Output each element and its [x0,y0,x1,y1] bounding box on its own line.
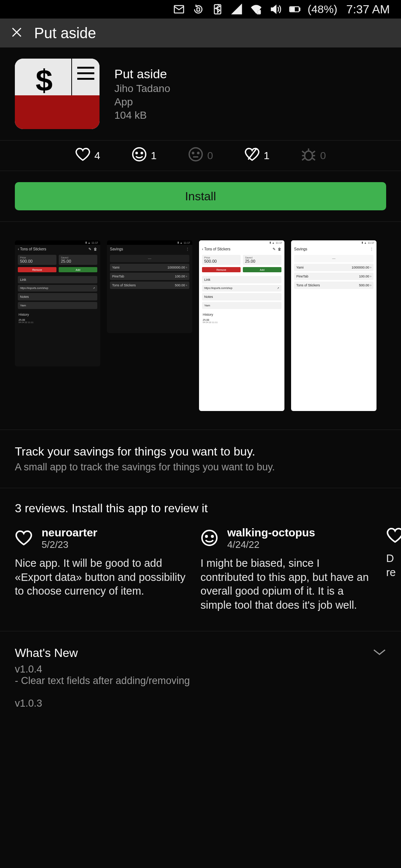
neutral-face-icon [188,147,203,165]
review-card[interactable]: Dre [386,526,401,612]
screenshot[interactable]: ▮▲11:17 Savings⋮ — Yami1000000.00 › Pine… [291,240,376,411]
battery-percent: (48%) [308,3,338,16]
close-icon[interactable] [10,26,23,40]
reactions-row: 4 1 0 1 0 [0,141,401,171]
svg-rect-1 [197,8,200,11]
app-developer: Jiho Tadano [114,83,170,95]
reaction-broken[interactable]: 1 [244,147,270,165]
svg-point-10 [141,152,143,154]
wifi-icon [250,3,263,16]
smile-icon [131,147,147,165]
app-icon: $ [15,59,100,129]
whats-new-section: What's New v1.0.4 - Clear text fields af… [0,631,401,724]
review-card[interactable]: neuroarter 5/2/23 Nice app. It will be g… [15,526,189,612]
status-bar: (48%) 7:37 AM [0,0,401,19]
cell-signal-icon [231,3,243,16]
svg-point-16 [206,536,207,537]
svg-point-12 [192,152,194,154]
reaction-bug-count: 0 [320,150,326,162]
svg-point-11 [189,148,202,161]
smile-icon [200,529,218,548]
changelog-version: v1.0.4 [15,664,386,675]
app-size: 104 kB [114,109,170,121]
review-date: 5/2/23 [42,539,97,550]
svg-rect-7 [299,8,300,11]
screenshot[interactable]: ▮▲11:17 ‹ Tons of Stickers✎ 🗑 Price500.0… [15,240,100,366]
svg-point-17 [212,536,213,537]
reviewer-name: walking-octopus [227,526,315,539]
heart-icon [15,529,33,548]
screenshot[interactable]: ▮▲11:17 Savings⋮ — Yami1000000.00 › Pine… [107,240,192,333]
review-body: Nice app. It will be good to add «Export… [15,556,189,598]
heart-icon [386,526,401,546]
app-meta: Put aside Jiho Tadano App 104 kB [114,59,170,129]
whats-new-header[interactable]: What's New [15,646,386,660]
battery-icon [288,3,301,16]
clock: 7:37 AM [346,3,390,16]
reviews-list[interactable]: neuroarter 5/2/23 Nice app. It will be g… [0,526,401,631]
bluetooth-icon [211,3,224,16]
heart-icon [75,147,91,165]
chevron-down-icon [373,648,386,657]
page-title: Put aside [34,25,96,42]
changelog-note: - Clear text fields after adding/removin… [15,675,386,687]
install-section: Install [0,171,401,222]
reaction-like[interactable]: 4 [75,147,100,165]
broken-heart-icon [244,147,260,165]
reaction-neutral[interactable]: 0 [188,147,213,165]
rotation-lock-icon [192,3,205,16]
review-card[interactable]: walking-octopus 4/24/22 I might be biase… [200,526,375,612]
svg-point-14 [305,151,313,160]
review-body: Dre [386,552,401,579]
reaction-broken-count: 1 [264,150,270,162]
app-summary-row: $ Put aside Jiho Tadano App 104 kB [0,47,401,141]
svg-point-8 [133,148,146,161]
reaction-neutral-count: 0 [207,150,213,162]
reviewer-name: neuroarter [42,526,97,539]
changelog-version: v1.0.3 [15,698,386,709]
volume-icon [269,3,282,16]
description-sub: A small app to track the savings for thi… [15,461,386,473]
reaction-like-count: 4 [94,150,100,162]
bug-icon [301,147,316,165]
svg-point-9 [136,152,137,154]
description-section: Track your savings for things you want t… [0,430,401,488]
review-body: I might be biased, since I contributed t… [200,556,375,612]
svg-rect-6 [290,7,294,11]
reaction-bug[interactable]: 0 [301,147,326,165]
description-headline: Track your savings for things you want t… [15,445,386,458]
svg-point-15 [202,530,217,545]
app-category: App [114,96,170,108]
screenshots-strip[interactable]: ▮▲11:17 ‹ Tons of Stickers✎ 🗑 Price500.0… [0,222,401,430]
svg-rect-4 [258,11,260,13]
screenshot[interactable]: ▮▲11:17 ‹ Tons of Stickers✎ 🗑 Price500.0… [199,240,284,411]
app-name: Put aside [114,67,170,81]
reaction-happy-count: 1 [151,150,157,162]
mail-icon [173,3,185,16]
install-button[interactable]: Install [15,182,386,210]
page-header: Put aside [0,19,401,47]
reviews-header: 3 reviews. Install this app to review it [0,488,401,526]
review-date: 4/24/22 [227,539,315,550]
reaction-happy[interactable]: 1 [131,147,157,165]
svg-point-13 [198,152,199,154]
whats-new-title: What's New [15,646,78,660]
